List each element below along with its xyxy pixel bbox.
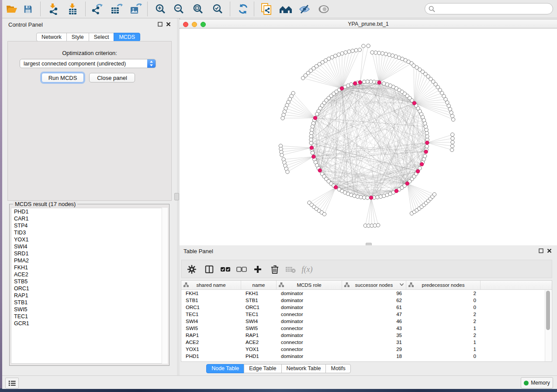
tab-network[interactable]: Network <box>36 33 67 41</box>
export-image-button[interactable] <box>128 2 144 16</box>
column-header-shared-name[interactable]: shared name <box>181 281 241 289</box>
refresh-layout-button[interactable] <box>235 2 251 16</box>
splitter-collapse-handle[interactable] <box>174 193 179 200</box>
table-row[interactable]: YOX1YOX1connector291 <box>181 346 552 353</box>
export-table-button[interactable] <box>109 2 125 16</box>
table-row[interactable]: ACE2ACE2connector311 <box>181 339 552 346</box>
tab-mcds[interactable]: MCDS <box>114 33 140 41</box>
mcds-result-scrollbar[interactable] <box>162 208 168 364</box>
table-row[interactable]: SWI5SWI5connector431 <box>181 325 552 332</box>
zoom-fit-button[interactable] <box>190 2 206 16</box>
table-cell: 61 <box>342 304 406 311</box>
table-cell: dominator <box>277 353 342 360</box>
toolbar-separator <box>254 2 254 16</box>
table-row[interactable]: SWI4SWI4dominator462 <box>181 318 552 325</box>
table-panel-close-button[interactable] <box>547 248 553 254</box>
table-cell: 0 <box>406 297 481 304</box>
mcds-result-item[interactable]: YOX1 <box>11 236 162 243</box>
tab-select[interactable]: Select <box>89 33 114 41</box>
import-network-button[interactable] <box>45 2 61 16</box>
zoom-selected-button[interactable] <box>210 2 225 16</box>
table-scrollbar[interactable] <box>545 290 551 361</box>
table-row[interactable]: FKH1FKH1dominator962 <box>181 290 552 297</box>
table-row[interactable]: STB1STB1dominator620 <box>181 297 552 304</box>
control-panel-close-button[interactable] <box>166 22 172 28</box>
function-builder-button[interactable]: f(x) <box>301 263 314 275</box>
mcds-result-item[interactable]: TID3 <box>11 229 162 236</box>
tab-edge-table[interactable]: Edge Table <box>244 364 281 373</box>
network-window-titlebar[interactable]: YPA_prune.txt_1 <box>180 19 557 28</box>
hide-selected-button[interactable] <box>297 2 312 16</box>
table-row[interactable]: TEC1TEC1connector472 <box>181 311 552 318</box>
create-column-button[interactable] <box>251 263 264 275</box>
search-field[interactable] <box>425 3 553 14</box>
close-icon <box>166 22 171 27</box>
mcds-result-item[interactable]: ACE2 <box>11 271 162 278</box>
show-all-button[interactable] <box>316 2 332 16</box>
column-header-predecessor-nodes[interactable]: predecessor nodes <box>406 281 481 289</box>
mcds-result-item[interactable]: RAP1 <box>11 292 162 299</box>
mcds-result-item[interactable]: PMA2 <box>11 257 162 264</box>
unselect-all-columns-button[interactable] <box>235 263 248 275</box>
table-toolbar: f(x) <box>181 260 552 278</box>
clone-network-icon <box>261 3 272 15</box>
export-image-icon <box>130 3 142 15</box>
tab-network-table[interactable]: Network Table <box>281 364 326 373</box>
node-table: shared namenameMCDS rolesuccessor nodesp… <box>181 280 552 362</box>
mcds-result-item[interactable]: STB5 <box>11 278 162 285</box>
close-panel-button[interactable]: Close panel <box>89 73 135 83</box>
clone-network-button[interactable] <box>259 2 274 16</box>
show-column-panel-button[interactable] <box>203 263 216 275</box>
mcds-result-item[interactable]: CAR1 <box>11 215 162 222</box>
first-neighbors-button[interactable] <box>278 2 294 16</box>
column-header-successor-nodes[interactable]: successor nodes <box>342 281 406 289</box>
run-mcds-button[interactable]: Run MCDS <box>42 73 84 83</box>
zoom-out-button[interactable] <box>171 2 187 16</box>
mcds-result-item[interactable]: FKH1 <box>11 264 162 271</box>
table-cell: 47 <box>342 311 406 318</box>
table-settings-button[interactable] <box>185 263 198 275</box>
mcds-result-item[interactable]: SWI5 <box>11 306 162 313</box>
table-cell: 31 <box>342 339 406 346</box>
select-all-columns-button[interactable] <box>219 263 232 275</box>
table-row[interactable]: RAP1RAP1dominator352 <box>181 332 552 339</box>
table-cell: 35 <box>342 332 406 339</box>
table-row[interactable]: ORC1ORC1dominator610 <box>181 304 552 311</box>
mcds-result-list[interactable]: PHD1CAR1STP4TID3YOX1SWI4SRD1PMA2FKH1ACE2… <box>11 208 162 364</box>
mcds-panel: Optimization criterion: largest connecte… <box>7 41 172 201</box>
criterion-value: largest connected component (undirected) <box>20 61 147 67</box>
table-cell: 0 <box>406 304 481 311</box>
tab-node-table[interactable]: Node Table <box>206 364 244 373</box>
mcds-result-item[interactable]: TEC1 <box>11 313 162 320</box>
table-panel-float-button[interactable] <box>539 248 544 254</box>
network-canvas[interactable] <box>180 29 557 245</box>
open-file-button[interactable] <box>4 2 20 16</box>
mcds-result-item[interactable]: GCR1 <box>11 320 162 327</box>
table-scrollbar-thumb[interactable] <box>546 291 550 330</box>
table-row[interactable]: PHD1PHD1dominator180 <box>181 353 552 360</box>
export-network-button[interactable] <box>89 2 105 16</box>
column-header-MCDS-role[interactable]: MCDS role <box>277 281 342 289</box>
criterion-dropdown[interactable]: largest connected component (undirected) <box>20 59 156 68</box>
mcds-result-item[interactable]: PHD1 <box>11 208 162 215</box>
column-header-name[interactable]: name <box>241 281 277 289</box>
import-table-button[interactable] <box>65 2 81 16</box>
mcds-result-item[interactable]: SWI4 <box>11 243 162 250</box>
memory-button[interactable]: Memory <box>521 377 553 389</box>
tab-style[interactable]: Style <box>66 33 89 41</box>
table-cell: FKH1 <box>241 290 277 297</box>
mcds-result-item[interactable]: STB1 <box>11 299 162 306</box>
delete-table-button[interactable] <box>284 263 297 275</box>
zoom-in-button[interactable] <box>152 2 168 16</box>
mcds-result-item[interactable]: SRD1 <box>11 250 162 257</box>
table-cell: TEC1 <box>181 311 241 318</box>
control-panel-float-button[interactable] <box>158 22 163 28</box>
search-input[interactable] <box>437 5 553 12</box>
mcds-result-item[interactable]: STP4 <box>11 222 162 229</box>
task-history-button[interactable] <box>5 378 19 389</box>
tab-motifs[interactable]: Motifs <box>325 364 350 373</box>
delete-column-button[interactable] <box>268 263 281 275</box>
table-cell: 0 <box>406 353 481 360</box>
mcds-result-item[interactable]: ORC1 <box>11 285 162 292</box>
save-session-button[interactable] <box>20 2 36 16</box>
